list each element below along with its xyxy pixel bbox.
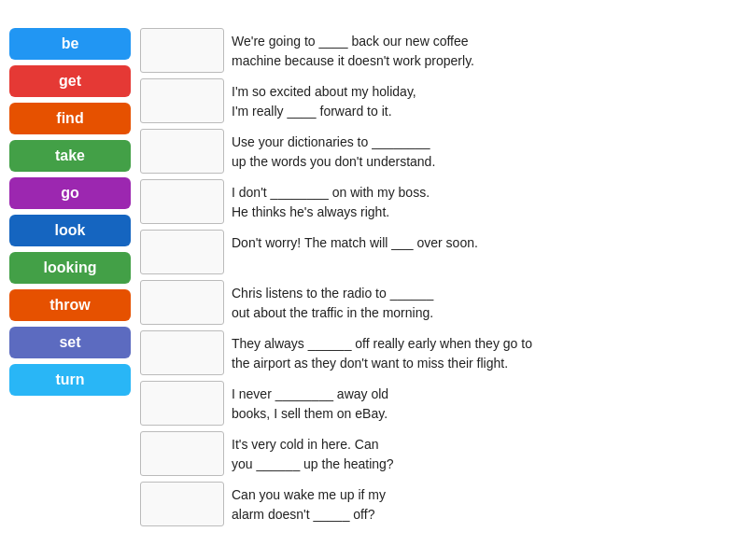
exercise-row: They always ______ off really early when…	[140, 330, 738, 375]
exercise-row: Chris listens to the radio to ______ out…	[140, 280, 738, 325]
word-btn-look[interactable]: look	[9, 215, 131, 246]
word-btn-turn[interactable]: turn	[9, 364, 131, 396]
exercise-text-3: Use your dictionaries to ________ up the…	[232, 129, 435, 172]
exercise-text-10: Can you wake me up if my alarm doesn't _…	[232, 482, 386, 525]
answer-box-3[interactable]	[140, 129, 224, 174]
word-btn-set[interactable]: set	[9, 327, 131, 358]
word-bank: begetfindtakegolooklookingthrowsetturn	[9, 19, 131, 541]
exercise-row: Can you wake me up if my alarm doesn't _…	[140, 482, 738, 526]
answer-box-10[interactable]	[140, 482, 224, 526]
answer-box-1[interactable]	[140, 28, 224, 73]
answer-box-4[interactable]	[140, 179, 224, 224]
word-btn-looking[interactable]: looking	[9, 252, 131, 284]
exercise-row: I'm so excited about my holiday, I'm rea…	[140, 78, 738, 123]
exercises-list: We're going to ____ back our new coffee …	[140, 19, 738, 541]
exercise-text-7: They always ______ off really early when…	[232, 330, 532, 373]
answer-box-9[interactable]	[140, 431, 224, 476]
word-btn-get[interactable]: get	[9, 65, 131, 97]
answer-box-6[interactable]	[140, 280, 224, 325]
exercise-row: It's very cold in here. Can you ______ u…	[140, 431, 738, 476]
exercise-row: We're going to ____ back our new coffee …	[140, 28, 738, 73]
exercise-text-9: It's very cold in here. Can you ______ u…	[232, 431, 394, 474]
exercise-row: I don't ________ on with my boss. He thi…	[140, 179, 738, 224]
word-btn-go[interactable]: go	[9, 177, 131, 209]
answer-box-2[interactable]	[140, 78, 224, 123]
exercise-text-4: I don't ________ on with my boss. He thi…	[232, 179, 430, 222]
exercise-text-8: I never ________ away old books, I sell …	[232, 381, 388, 424]
main-container: begetfindtakegolooklookingthrowsetturn W…	[0, 0, 747, 560]
exercise-text-5: Don't worry! The match will ___ over soo…	[232, 230, 478, 253]
exercise-row: I never ________ away old books, I sell …	[140, 381, 738, 426]
answer-box-7[interactable]	[140, 330, 224, 375]
exercise-text-6: Chris listens to the radio to ______ out…	[232, 280, 433, 323]
exercise-row: Use your dictionaries to ________ up the…	[140, 129, 738, 174]
answer-box-5[interactable]	[140, 230, 224, 274]
exercise-text-1: We're going to ____ back our new coffee …	[232, 28, 474, 71]
word-btn-be[interactable]: be	[9, 28, 131, 60]
word-btn-throw[interactable]: throw	[9, 289, 131, 321]
exercise-text-2: I'm so excited about my holiday, I'm rea…	[232, 78, 416, 121]
exercise-row: Don't worry! The match will ___ over soo…	[140, 230, 738, 274]
word-btn-find[interactable]: find	[9, 103, 131, 134]
answer-box-8[interactable]	[140, 381, 224, 426]
word-btn-take[interactable]: take	[9, 140, 131, 172]
